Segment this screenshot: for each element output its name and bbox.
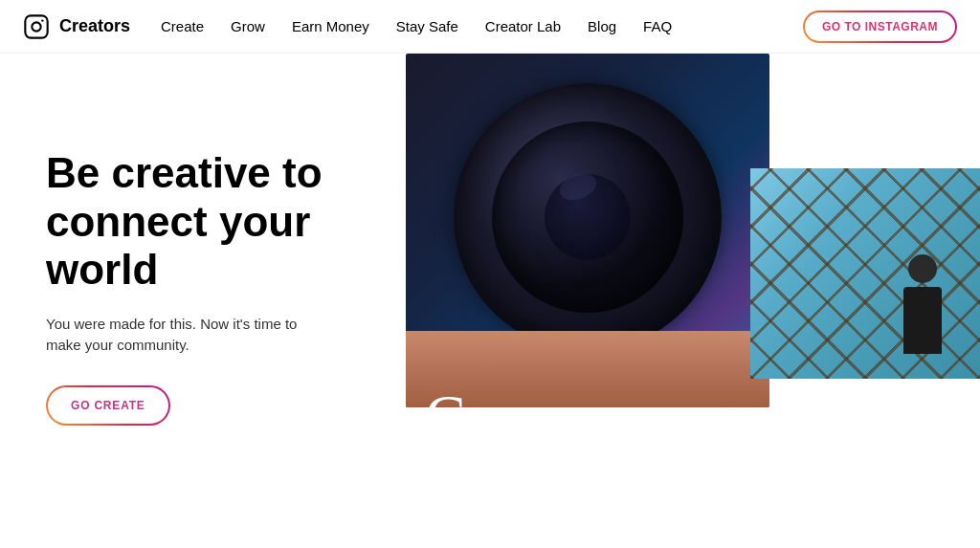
- logo-area[interactable]: Creators: [23, 13, 130, 40]
- lens-inner-ring: [492, 121, 683, 313]
- nav-faq[interactable]: FAQ: [643, 18, 672, 34]
- main-nav: Create Grow Earn Money Stay Safe Creator…: [161, 18, 803, 34]
- site-header: Creators Create Grow Earn Money Stay Saf…: [0, 0, 980, 54]
- person-figure: [884, 254, 961, 369]
- tors-overlay-text: tors: [867, 419, 975, 505]
- nav-grow[interactable]: Grow: [231, 18, 265, 34]
- go-instagram-button[interactable]: GO TO INSTAGRAM: [803, 11, 957, 43]
- secondary-hero-image: [750, 168, 980, 379]
- nav-stay-safe[interactable]: Stay Safe: [396, 18, 458, 34]
- person-body: [903, 287, 942, 354]
- nav-blog[interactable]: Blog: [588, 18, 616, 34]
- nav-earn-money[interactable]: Earn Money: [292, 18, 369, 34]
- nav-creator-lab[interactable]: Creator Lab: [485, 18, 561, 34]
- main-hero-image: [406, 54, 769, 407]
- svg-rect-0: [25, 15, 47, 37]
- go-create-button[interactable]: GO CREATE: [46, 385, 170, 426]
- instagram-icon: [23, 13, 50, 40]
- hero-text-block: Be creative to connect your world You we…: [46, 149, 371, 426]
- person-head: [908, 254, 937, 283]
- hero-section: Be creative to connect your world You we…: [0, 54, 980, 548]
- svg-point-1: [32, 22, 40, 31]
- hero-subtext: You were made for this. Now it's time to…: [46, 314, 323, 357]
- site-logo-text: Creators: [59, 16, 130, 36]
- hero-heading: Be creative to connect your world: [46, 149, 371, 295]
- hero-images: Crea tors: [406, 54, 980, 548]
- svg-point-2: [41, 19, 43, 21]
- lens-outer-ring: [454, 83, 722, 351]
- crea-overlay-text: Crea: [425, 382, 537, 452]
- nav-create[interactable]: Create: [161, 18, 204, 34]
